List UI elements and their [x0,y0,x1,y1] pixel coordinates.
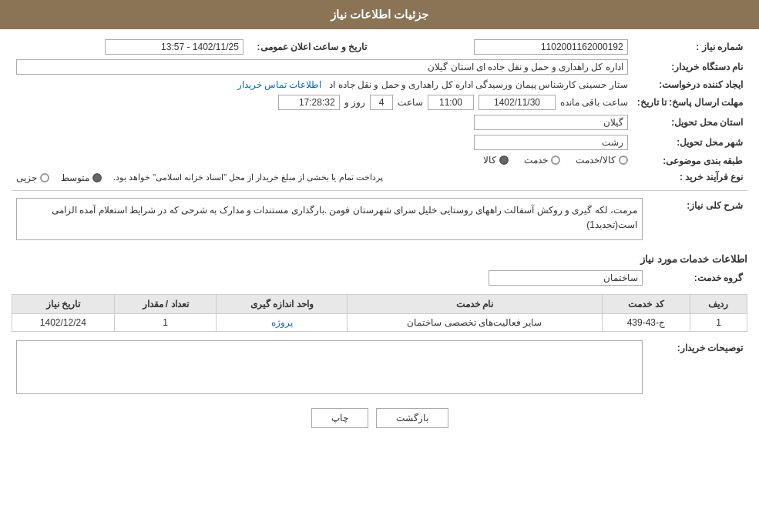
radio-kala-khadamat-circle [619,156,628,165]
table-cell-radif: 1 [690,313,747,331]
vahed-link[interactable]: پروژه [271,317,293,328]
page-wrapper: جزئیات اطلاعات نیاز شماره نیاز : 1102001… [0,0,759,532]
tarikh-label: تاریخ و ساعت اعلان عمومی: [248,37,371,57]
mohlat-label: مهلت ارسال پاسخ: تا تاریخ: [633,92,747,112]
table-cell-tedad: 1 [114,313,217,331]
radio-kala-khadamat: کالا/خدمت [576,155,627,166]
tarikh-box: 1402/11/25 - 13:57 [105,39,243,55]
col-tarikh: تاریخ نیاز [12,294,115,313]
sharh-table: شرح کلی نیاز: مرمت، لکه گیری و روکش آسفا… [12,196,747,247]
buttons-row: بازگشت چاپ [12,408,747,428]
radio-khadamat-label: خدمت [524,155,548,166]
col-name: نام خدمت [348,294,603,313]
nam-dastgah-value: اداره کل راهداری و حمل و نقل جاده ای است… [12,57,633,77]
mohlat-date-box: 1402/11/30 [479,95,556,110]
table-cell-vahed: پروژه [217,313,348,331]
sharh-box: مرمت، لکه گیری و روکش آسفالت راههای روست… [16,198,643,240]
radio-jozei: جزیی [16,172,49,183]
basic-info-table: شماره نیاز : 1102001162000192 تاریخ و سا… [12,37,747,186]
mohlat-roz-label: روز و [344,97,365,108]
mohlat-time-box: 17:28:32 [278,95,340,110]
nam-dastgah-box: اداره کل راهداری و حمل و نقل جاده ای است… [16,59,628,75]
grooh-value: ساختمان [12,268,647,288]
mohlat-roz-box: 4 [370,95,393,110]
shahr-box: رشت [474,135,628,150]
grooh-table: گروه خدمت: ساختمان [12,268,747,288]
col-tedad: تعداد / مقدار [114,294,217,313]
radio-kala: کالا [483,155,509,166]
nooe-row: جزیی متوسط پرداخت تمام یا بخشی از مبلغ خ… [12,169,633,186]
ijad-link[interactable]: اطلاعات تماس خریدار [237,79,322,90]
tabaqe-radios: کالا/خدمت خدمت کالا [12,152,633,169]
shomara-box: 1102001162000192 [474,39,628,55]
mohlat-saat-label: ساعت [398,97,423,108]
nooe-desc: پرداخت تمام یا بخشی از مبلغ خریدار از مح… [113,172,383,182]
ostan-label: استان محل تحویل: [633,112,747,132]
radio-motavasset-circle [92,173,102,182]
mohlat-row: 17:28:32 روز و 4 ساعت 11:00 1402/11/30 س… [12,92,633,112]
ostan-box: گیلان [474,115,628,130]
back-button[interactable]: بازگشت [376,408,448,428]
ijad-value: ستار حسینی کارشناس پیمان ورسیدگی اداره ک… [12,77,633,92]
mohlat-flex: 17:28:32 روز و 4 ساعت 11:00 1402/11/30 س… [16,95,628,110]
shomara-value: 1102001162000192 [371,37,633,57]
print-button[interactable]: چاپ [311,408,368,428]
ostan-value: گیلان [12,112,633,132]
shomara-label: شماره نیاز : [633,37,747,57]
shahr-value: رشت [12,132,633,152]
tosif-label: توصیحات خریدار: [647,338,747,399]
page-title: جزئیات اطلاعات نیاز [331,8,428,21]
table-cell-tarikh: 1402/12/24 [12,313,115,331]
col-vahed: واحد اندازه گیری [217,294,348,313]
khadamat-title: اطلاعات خدمات مورد نیاز [12,253,747,265]
sharh-value: مرمت، لکه گیری و روکش آسفالت راههای روست… [12,196,647,247]
tabaqe-label: طبقه بندی موضوعی: [633,152,747,169]
table-cell-kod: ج-43-439 [602,313,690,331]
tosif-value [12,338,647,399]
radio-kala-khadamat-label: کالا/خدمت [576,155,615,166]
radio-jozei-label: جزیی [16,172,37,183]
radio-jozei-circle [40,173,49,182]
sharh-label: شرح کلی نیاز: [647,196,747,247]
radio-motavasset: متوسط [61,172,102,183]
tarikh-value: 1402/11/25 - 13:57 [12,37,248,57]
services-table: ردیف کد خدمت نام خدمت واحد اندازه گیری ت… [12,294,747,332]
table-cell-name: سایر فعالیت‌های تخصصی ساختمان [348,313,603,331]
separator-1 [12,190,747,191]
nooe-label: نوع فرآیند خرید : [633,169,747,186]
mohlat-suffix: ساعت باقی مانده [560,97,628,108]
page-header: جزئیات اطلاعات نیاز [0,0,759,29]
radio-khadamat-circle [551,156,560,165]
shahr-label: شهر محل تحویل: [633,132,747,152]
content-area: شماره نیاز : 1102001162000192 تاریخ و سا… [0,29,759,445]
grooh-label: گروه خدمت: [647,268,747,288]
radio-khadamat: خدمت [524,155,560,166]
nam-dastgah-label: نام دستگاه خریدار: [633,57,747,77]
tosif-table: توصیحات خریدار: [12,338,747,399]
tosif-textarea[interactable] [16,340,643,394]
mohlat-saat-box: 11:00 [428,95,474,110]
radio-motavasset-label: متوسط [61,172,89,183]
col-radif: ردیف [690,294,747,313]
table-row: 1ج-43-439سایر فعالیت‌های تخصصی ساختمانپر… [12,313,747,331]
ijad-label: ایجاد کننده درخواست: [633,77,747,92]
radio-kala-circle [499,156,509,165]
col-kod: کد خدمت [602,294,690,313]
ijad-text: ستار حسینی کارشناس پیمان ورسیدگی اداره ک… [329,79,627,90]
radio-kala-label: کالا [483,155,496,166]
grooh-box: ساختمان [489,270,643,286]
